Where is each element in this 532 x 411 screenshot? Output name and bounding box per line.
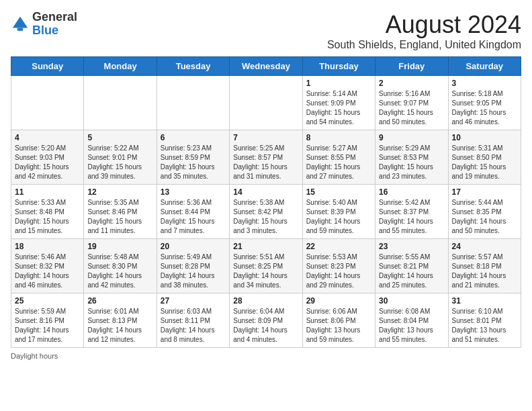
day-number: 7 (233, 133, 298, 142)
calendar-cell: 3Sunrise: 5:18 AM Sunset: 9:05 PM Daylig… (448, 76, 521, 130)
calendar-body: 1Sunrise: 5:14 AM Sunset: 9:09 PM Daylig… (11, 76, 521, 348)
calendar-cell: 19Sunrise: 5:48 AM Sunset: 8:30 PM Dayli… (84, 239, 157, 293)
day-info: Sunrise: 5:38 AM Sunset: 8:42 PM Dayligh… (233, 198, 298, 236)
day-number: 26 (87, 296, 152, 306)
calendar-cell: 14Sunrise: 5:38 AM Sunset: 8:42 PM Dayli… (230, 185, 302, 239)
day-number: 1 (306, 79, 371, 88)
calendar-week-row: 25Sunrise: 5:59 AM Sunset: 8:16 PM Dayli… (11, 293, 521, 348)
calendar-cell: 18Sunrise: 5:46 AM Sunset: 8:32 PM Dayli… (11, 239, 84, 293)
calendar-cell: 27Sunrise: 6:03 AM Sunset: 8:11 PM Dayli… (157, 293, 229, 348)
day-number: 6 (161, 133, 226, 142)
day-number: 3 (452, 79, 517, 88)
day-info: Sunrise: 6:06 AM Sunset: 8:06 PM Dayligh… (306, 307, 371, 345)
day-info: Sunrise: 5:22 AM Sunset: 9:01 PM Dayligh… (87, 144, 152, 181)
day-info: Sunrise: 6:08 AM Sunset: 8:04 PM Dayligh… (379, 307, 444, 345)
logo-icon (11, 15, 30, 34)
calendar-cell: 4Sunrise: 5:20 AM Sunset: 9:03 PM Daylig… (11, 130, 84, 185)
day-info: Sunrise: 6:04 AM Sunset: 8:09 PM Dayligh… (233, 307, 298, 345)
svg-marker-0 (13, 17, 28, 28)
calendar-cell: 2Sunrise: 5:16 AM Sunset: 9:07 PM Daylig… (375, 76, 448, 130)
weekday-header: Saturday (448, 57, 521, 76)
day-info: Sunrise: 5:27 AM Sunset: 8:55 PM Dayligh… (306, 144, 371, 181)
day-info: Sunrise: 5:29 AM Sunset: 8:53 PM Dayligh… (379, 144, 444, 181)
day-info: Sunrise: 5:59 AM Sunset: 8:16 PM Dayligh… (15, 307, 80, 345)
footer: Daylight hours (11, 352, 521, 360)
calendar-cell: 5Sunrise: 5:22 AM Sunset: 9:01 PM Daylig… (84, 130, 157, 185)
calendar-cell: 9Sunrise: 5:29 AM Sunset: 8:53 PM Daylig… (375, 130, 448, 185)
header: General Blue August 2024 South Shields, … (11, 11, 521, 51)
day-info: Sunrise: 6:03 AM Sunset: 8:11 PM Dayligh… (161, 307, 226, 345)
day-info: Sunrise: 5:44 AM Sunset: 8:35 PM Dayligh… (452, 198, 517, 236)
day-number: 2 (379, 79, 444, 88)
day-number: 25 (15, 296, 80, 306)
day-number: 11 (15, 187, 80, 197)
day-number: 19 (87, 242, 152, 251)
day-info: Sunrise: 5:49 AM Sunset: 8:28 PM Dayligh… (161, 253, 226, 290)
weekday-header: Wednesday (230, 57, 302, 76)
calendar-week-row: 4Sunrise: 5:20 AM Sunset: 9:03 PM Daylig… (11, 130, 521, 185)
day-info: Sunrise: 5:53 AM Sunset: 8:23 PM Dayligh… (306, 253, 371, 290)
calendar-cell: 6Sunrise: 5:23 AM Sunset: 8:59 PM Daylig… (157, 130, 229, 185)
logo-text: General Blue (32, 11, 77, 38)
calendar-cell: 31Sunrise: 6:10 AM Sunset: 8:01 PM Dayli… (448, 293, 521, 348)
day-number: 17 (452, 187, 517, 197)
day-number: 12 (87, 187, 152, 197)
calendar-cell: 1Sunrise: 5:14 AM Sunset: 9:09 PM Daylig… (302, 76, 375, 130)
calendar-cell: 7Sunrise: 5:25 AM Sunset: 8:57 PM Daylig… (230, 130, 302, 185)
calendar-cell (157, 76, 229, 130)
calendar-header: SundayMondayTuesdayWednesdayThursdayFrid… (11, 57, 521, 76)
day-info: Sunrise: 5:42 AM Sunset: 8:37 PM Dayligh… (379, 198, 444, 236)
day-number: 4 (15, 133, 80, 142)
calendar-cell: 28Sunrise: 6:04 AM Sunset: 8:09 PM Dayli… (230, 293, 302, 348)
day-number: 18 (15, 242, 80, 251)
day-info: Sunrise: 5:55 AM Sunset: 8:21 PM Dayligh… (379, 253, 444, 290)
day-number: 29 (306, 296, 371, 306)
day-info: Sunrise: 6:10 AM Sunset: 8:01 PM Dayligh… (452, 307, 517, 345)
logo-general-text: General (32, 11, 77, 24)
weekday-header: Thursday (302, 57, 375, 76)
calendar-cell: 13Sunrise: 5:36 AM Sunset: 8:44 PM Dayli… (157, 185, 229, 239)
calendar-cell (230, 76, 302, 130)
day-number: 22 (306, 242, 371, 251)
day-number: 5 (87, 133, 152, 142)
day-info: Sunrise: 5:36 AM Sunset: 8:44 PM Dayligh… (161, 198, 226, 236)
logo-blue-text: Blue (32, 24, 77, 38)
calendar-cell: 12Sunrise: 5:35 AM Sunset: 8:46 PM Dayli… (84, 185, 157, 239)
calendar-week-row: 11Sunrise: 5:33 AM Sunset: 8:48 PM Dayli… (11, 185, 521, 239)
day-number: 23 (379, 242, 444, 251)
calendar-cell: 8Sunrise: 5:27 AM Sunset: 8:55 PM Daylig… (302, 130, 375, 185)
weekday-row: SundayMondayTuesdayWednesdayThursdayFrid… (11, 57, 521, 76)
calendar-cell: 23Sunrise: 5:55 AM Sunset: 8:21 PM Dayli… (375, 239, 448, 293)
weekday-header: Sunday (11, 57, 84, 76)
calendar-cell (11, 76, 84, 130)
day-info: Sunrise: 5:31 AM Sunset: 8:50 PM Dayligh… (452, 144, 517, 181)
day-number: 13 (161, 187, 226, 197)
calendar-cell (84, 76, 157, 130)
daylight-hours-label: Daylight hours (11, 352, 58, 360)
day-info: Sunrise: 5:16 AM Sunset: 9:07 PM Dayligh… (379, 89, 444, 127)
day-info: Sunrise: 5:35 AM Sunset: 8:46 PM Dayligh… (87, 198, 152, 236)
calendar-cell: 25Sunrise: 5:59 AM Sunset: 8:16 PM Dayli… (11, 293, 84, 348)
calendar-cell: 26Sunrise: 6:01 AM Sunset: 8:13 PM Dayli… (84, 293, 157, 348)
day-number: 24 (452, 242, 517, 251)
calendar-cell: 10Sunrise: 5:31 AM Sunset: 8:50 PM Dayli… (448, 130, 521, 185)
calendar-cell: 11Sunrise: 5:33 AM Sunset: 8:48 PM Dayli… (11, 185, 84, 239)
day-number: 9 (379, 133, 444, 142)
day-info: Sunrise: 5:40 AM Sunset: 8:39 PM Dayligh… (306, 198, 371, 236)
calendar-cell: 29Sunrise: 6:06 AM Sunset: 8:06 PM Dayli… (302, 293, 375, 348)
day-info: Sunrise: 5:51 AM Sunset: 8:25 PM Dayligh… (233, 253, 298, 290)
day-info: Sunrise: 6:01 AM Sunset: 8:13 PM Dayligh… (87, 307, 152, 345)
day-number: 31 (452, 296, 517, 306)
day-number: 20 (161, 242, 226, 251)
day-info: Sunrise: 5:25 AM Sunset: 8:57 PM Dayligh… (233, 144, 298, 181)
day-info: Sunrise: 5:20 AM Sunset: 9:03 PM Dayligh… (15, 144, 80, 181)
day-info: Sunrise: 5:46 AM Sunset: 8:32 PM Dayligh… (15, 253, 80, 290)
weekday-header: Tuesday (157, 57, 229, 76)
calendar-cell: 21Sunrise: 5:51 AM Sunset: 8:25 PM Dayli… (230, 239, 302, 293)
day-number: 30 (379, 296, 444, 306)
calendar-cell: 17Sunrise: 5:44 AM Sunset: 8:35 PM Dayli… (448, 185, 521, 239)
day-info: Sunrise: 5:33 AM Sunset: 8:48 PM Dayligh… (15, 198, 80, 236)
calendar-table: SundayMondayTuesdayWednesdayThursdayFrid… (11, 56, 521, 348)
calendar-cell: 24Sunrise: 5:57 AM Sunset: 8:18 PM Dayli… (448, 239, 521, 293)
month-year-title: August 2024 (327, 11, 521, 39)
